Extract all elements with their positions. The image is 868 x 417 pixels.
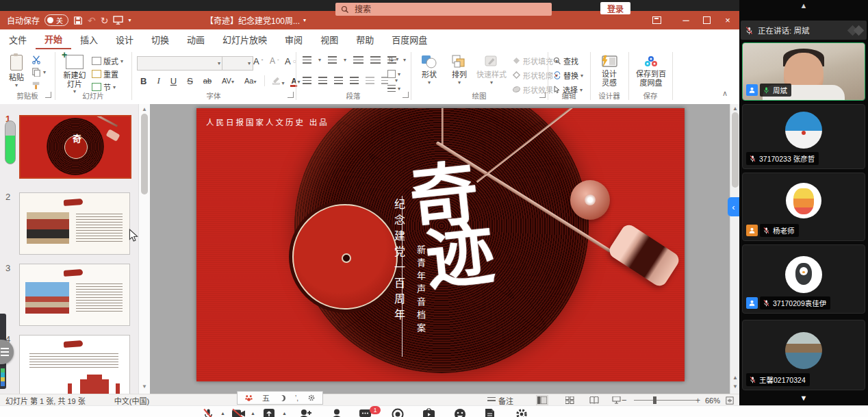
format-painter-button[interactable] (31, 81, 41, 90)
scrollbar-thumb[interactable] (141, 114, 148, 194)
reactions-button[interactable] (454, 408, 466, 417)
ribbon-display-options-button[interactable] (645, 11, 668, 29)
copy-button[interactable]: ▾ (31, 67, 46, 77)
canvas-scroll-up-icon[interactable]: ▲ (730, 105, 740, 112)
zoom-slider-thumb[interactable] (653, 396, 656, 404)
settings-button[interactable] (515, 408, 528, 417)
tab-view[interactable]: 视图 (311, 30, 347, 49)
slide-thumbnail-1[interactable]: 奇 (19, 115, 131, 179)
ime-punct-icon[interactable]: ’, (295, 394, 298, 402)
decrease-indent-icon[interactable] (353, 56, 363, 64)
design-ideas-button[interactable]: 设计灵感 (594, 55, 624, 87)
subscript-button[interactable]: ab (201, 77, 214, 85)
justify-icon[interactable] (350, 77, 359, 84)
strikethrough-button[interactable]: S (185, 76, 195, 86)
shape-outline-button[interactable]: 形状轮廓▾ (512, 70, 558, 81)
paragraph-dialog-launcher[interactable] (403, 92, 409, 98)
save-icon[interactable] (73, 16, 83, 25)
replace-button[interactable]: b 替换▾ (553, 70, 583, 81)
prev-slide-icon[interactable]: ▲ (730, 375, 740, 381)
shrink-font-button[interactable]: Aˇ (270, 56, 279, 66)
grow-font-button[interactable]: Aˆ (253, 56, 263, 66)
record-button[interactable] (392, 408, 404, 417)
tab-home[interactable]: 开始 (36, 29, 71, 50)
thumbnail-scrollbar[interactable]: ▲ ▼ (138, 104, 150, 394)
restore-button[interactable] (695, 11, 718, 29)
change-case-button[interactable]: Aa▾ (242, 77, 258, 85)
numbering-icon[interactable] (328, 56, 337, 64)
quick-access-caret-icon[interactable]: ▾ (128, 17, 131, 23)
paste-button[interactable]: 粘贴 ▾ (4, 55, 29, 88)
participant-tile-wangxin[interactable]: 王馨02170324 (742, 320, 865, 390)
slideshow-view-button[interactable] (610, 395, 622, 405)
tab-insert[interactable]: 插入 (71, 30, 107, 49)
shape-fill-button[interactable]: 形状填充▾ (512, 55, 558, 66)
font-name-select[interactable]: ▾ (137, 56, 223, 71)
clear-formatting-button[interactable]: A◌ (285, 56, 296, 66)
reading-view-button[interactable] (588, 395, 600, 405)
char-spacing-button[interactable]: AV▾ (220, 77, 236, 85)
tab-review[interactable]: 审阅 (276, 30, 311, 49)
save-to-baidu-button[interactable]: 保存到百度网盘 (633, 55, 669, 87)
slide-1[interactable]: 人民日报国家人文历史 出品 纪念建党一百周年 新青年声音档案 奇 迹 (196, 108, 685, 381)
align-text-button[interactable]: ▾ (387, 70, 400, 78)
tab-transitions[interactable]: 切换 (142, 30, 178, 49)
columns-icon[interactable] (366, 77, 374, 84)
participant-tile-zhoubin[interactable]: 周斌 (742, 42, 865, 101)
participant-tile-yuanjiayi[interactable]: 37170209袁佳伊 (742, 244, 865, 314)
autosave-toggle[interactable]: 关 (44, 14, 68, 26)
mic-options-caret-icon[interactable]: ▲ (220, 411, 225, 416)
canvas-scrollbar[interactable]: ▲ ▲ ▼ (730, 104, 740, 394)
zoom-out-icon[interactable]: − (622, 395, 627, 405)
fit-slide-icon[interactable] (726, 396, 734, 405)
layout-button[interactable]: 版式▾ (92, 55, 123, 66)
canvas-scrollbar-thumb[interactable] (732, 112, 739, 188)
login-button[interactable]: 登录 (600, 2, 630, 14)
participant-tile-yanglaoshi[interactable]: 杨老师 (742, 173, 865, 241)
search-box[interactable] (335, 3, 552, 16)
undo-icon[interactable]: ↶ (88, 16, 96, 25)
sidebar-collapse-up-icon[interactable]: ▲ (739, 1, 868, 10)
mute-mic-button[interactable] (203, 408, 214, 417)
zoom-slider[interactable] (634, 400, 700, 401)
ime-mode-label[interactable]: 五 (262, 392, 270, 403)
convert-smartart-button[interactable]: ▾ (387, 85, 400, 92)
participants-button[interactable] (331, 408, 342, 417)
align-left-icon[interactable] (303, 77, 311, 84)
bullets-icon[interactable] (303, 56, 311, 64)
increase-indent-icon[interactable] (370, 56, 381, 64)
arrange-button[interactable]: 排列 ▾ (446, 55, 472, 86)
tab-slideshow[interactable]: 幻灯片放映 (214, 30, 276, 49)
drawing-dialog-launcher[interactable] (539, 92, 546, 98)
ime-settings-icon[interactable] (308, 394, 315, 401)
slide-thumbnail-4[interactable] (19, 335, 130, 394)
language-indicator[interactable]: 中文(中国) (114, 395, 149, 406)
ime-fullhalf-icon[interactable] (279, 395, 285, 401)
zoom-level[interactable]: 66% (705, 396, 720, 405)
notes-toggle[interactable]: 备注 (487, 395, 513, 406)
new-slide-button[interactable]: 新建幻灯片 ▾ (60, 55, 89, 94)
live-button[interactable] (422, 408, 435, 417)
font-size-select[interactable]: ▾ (222, 56, 253, 71)
meeting-panel-toggle-tab[interactable]: ‹ (728, 197, 739, 216)
redo-icon[interactable]: ↻ (101, 16, 109, 25)
collapse-ribbon-icon[interactable]: ∧ (722, 89, 728, 98)
clipboard-dialog-launcher[interactable] (45, 92, 51, 98)
title-caret-icon[interactable]: ▾ (303, 17, 306, 23)
zoom-in-icon[interactable]: + (695, 396, 700, 405)
tab-design[interactable]: 设计 (107, 30, 142, 49)
minimize-button[interactable]: ─ (674, 11, 698, 29)
normal-view-button[interactable] (536, 395, 548, 405)
tab-baidu-netdisk[interactable]: 百度网盘 (383, 30, 436, 49)
docs-button[interactable] (485, 408, 495, 417)
ime-toolbar[interactable]: 五 ’, (237, 391, 323, 405)
slide-thumbnail-2[interactable] (19, 192, 130, 255)
tab-help[interactable]: 帮助 (347, 30, 383, 49)
slide-sorter-view-button[interactable] (563, 395, 576, 405)
scroll-up-icon[interactable]: ▲ (139, 106, 150, 112)
slideshow-icon[interactable] (113, 16, 123, 25)
reset-button[interactable]: 重置 (92, 68, 118, 79)
tab-file[interactable]: 文件 (0, 30, 36, 49)
share-screen-button[interactable] (263, 408, 275, 417)
tab-animations[interactable]: 动画 (178, 30, 214, 49)
